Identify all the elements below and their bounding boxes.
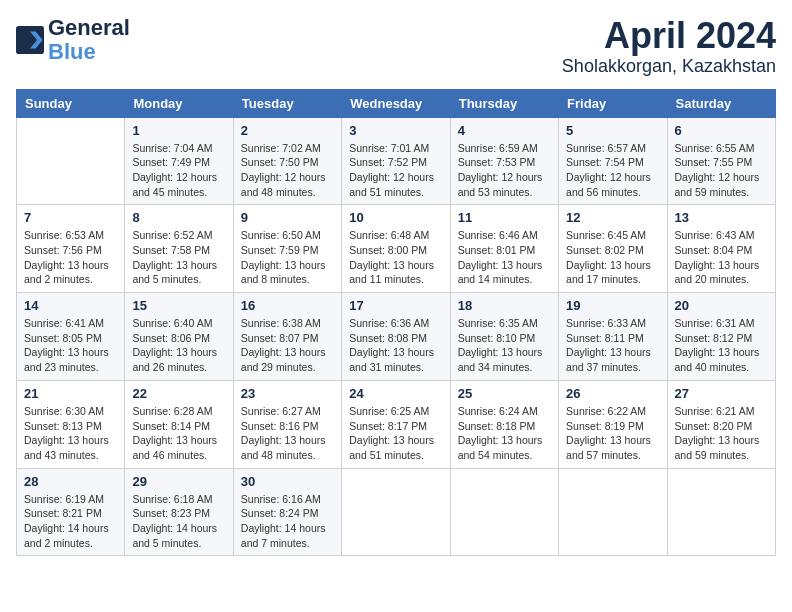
calendar-cell: 20Sunrise: 6:31 AMSunset: 8:12 PMDayligh…: [667, 293, 775, 381]
day-info: Sunrise: 6:40 AMSunset: 8:06 PMDaylight:…: [132, 316, 225, 375]
day-number: 13: [675, 210, 768, 225]
day-info: Sunrise: 6:33 AMSunset: 8:11 PMDaylight:…: [566, 316, 659, 375]
day-number: 30: [241, 474, 334, 489]
day-info: Sunrise: 6:57 AMSunset: 7:54 PMDaylight:…: [566, 141, 659, 200]
day-number: 9: [241, 210, 334, 225]
day-number: 3: [349, 123, 442, 138]
day-number: 6: [675, 123, 768, 138]
calendar-row: 7Sunrise: 6:53 AMSunset: 7:56 PMDaylight…: [17, 205, 776, 293]
day-number: 29: [132, 474, 225, 489]
calendar-row: 1Sunrise: 7:04 AMSunset: 7:49 PMDaylight…: [17, 117, 776, 205]
day-number: 24: [349, 386, 442, 401]
month-title: April 2024: [562, 16, 776, 56]
day-info: Sunrise: 7:01 AMSunset: 7:52 PMDaylight:…: [349, 141, 442, 200]
calendar-cell: 24Sunrise: 6:25 AMSunset: 8:17 PMDayligh…: [342, 380, 450, 468]
day-number: 4: [458, 123, 551, 138]
day-info: Sunrise: 6:22 AMSunset: 8:19 PMDaylight:…: [566, 404, 659, 463]
day-number: 20: [675, 298, 768, 313]
calendar-cell: 14Sunrise: 6:41 AMSunset: 8:05 PMDayligh…: [17, 293, 125, 381]
day-number: 12: [566, 210, 659, 225]
day-info: Sunrise: 6:48 AMSunset: 8:00 PMDaylight:…: [349, 228, 442, 287]
calendar-cell: 9Sunrise: 6:50 AMSunset: 7:59 PMDaylight…: [233, 205, 341, 293]
title-area: April 2024 Sholakkorgan, Kazakhstan: [562, 16, 776, 77]
calendar-cell: 21Sunrise: 6:30 AMSunset: 8:13 PMDayligh…: [17, 380, 125, 468]
day-info: Sunrise: 6:36 AMSunset: 8:08 PMDaylight:…: [349, 316, 442, 375]
calendar-cell: [450, 468, 558, 556]
weekday-header-cell: Wednesday: [342, 89, 450, 117]
calendar-cell: 12Sunrise: 6:45 AMSunset: 8:02 PMDayligh…: [559, 205, 667, 293]
weekday-header-cell: Monday: [125, 89, 233, 117]
logo: General Blue: [16, 16, 130, 64]
day-info: Sunrise: 6:38 AMSunset: 8:07 PMDaylight:…: [241, 316, 334, 375]
day-number: 11: [458, 210, 551, 225]
day-number: 7: [24, 210, 117, 225]
calendar-cell: 26Sunrise: 6:22 AMSunset: 8:19 PMDayligh…: [559, 380, 667, 468]
calendar-cell: 27Sunrise: 6:21 AMSunset: 8:20 PMDayligh…: [667, 380, 775, 468]
day-info: Sunrise: 6:43 AMSunset: 8:04 PMDaylight:…: [675, 228, 768, 287]
weekday-header-cell: Friday: [559, 89, 667, 117]
day-info: Sunrise: 6:52 AMSunset: 7:58 PMDaylight:…: [132, 228, 225, 287]
logo-line1: General: [48, 16, 130, 40]
day-number: 5: [566, 123, 659, 138]
day-info: Sunrise: 6:27 AMSunset: 8:16 PMDaylight:…: [241, 404, 334, 463]
location-title: Sholakkorgan, Kazakhstan: [562, 56, 776, 77]
calendar-cell: 22Sunrise: 6:28 AMSunset: 8:14 PMDayligh…: [125, 380, 233, 468]
day-number: 14: [24, 298, 117, 313]
calendar-cell: 29Sunrise: 6:18 AMSunset: 8:23 PMDayligh…: [125, 468, 233, 556]
calendar-row: 14Sunrise: 6:41 AMSunset: 8:05 PMDayligh…: [17, 293, 776, 381]
day-number: 10: [349, 210, 442, 225]
day-info: Sunrise: 6:50 AMSunset: 7:59 PMDaylight:…: [241, 228, 334, 287]
day-info: Sunrise: 6:31 AMSunset: 8:12 PMDaylight:…: [675, 316, 768, 375]
day-number: 23: [241, 386, 334, 401]
weekday-header-row: SundayMondayTuesdayWednesdayThursdayFrid…: [17, 89, 776, 117]
calendar-cell: 25Sunrise: 6:24 AMSunset: 8:18 PMDayligh…: [450, 380, 558, 468]
day-info: Sunrise: 6:45 AMSunset: 8:02 PMDaylight:…: [566, 228, 659, 287]
day-number: 15: [132, 298, 225, 313]
day-info: Sunrise: 6:59 AMSunset: 7:53 PMDaylight:…: [458, 141, 551, 200]
calendar-cell: 4Sunrise: 6:59 AMSunset: 7:53 PMDaylight…: [450, 117, 558, 205]
day-info: Sunrise: 6:55 AMSunset: 7:55 PMDaylight:…: [675, 141, 768, 200]
day-info: Sunrise: 7:02 AMSunset: 7:50 PMDaylight:…: [241, 141, 334, 200]
calendar-cell: 23Sunrise: 6:27 AMSunset: 8:16 PMDayligh…: [233, 380, 341, 468]
calendar-cell: 2Sunrise: 7:02 AMSunset: 7:50 PMDaylight…: [233, 117, 341, 205]
calendar-cell: 15Sunrise: 6:40 AMSunset: 8:06 PMDayligh…: [125, 293, 233, 381]
calendar-cell: [342, 468, 450, 556]
page-header: General Blue April 2024 Sholakkorgan, Ka…: [16, 16, 776, 77]
calendar-cell: [17, 117, 125, 205]
calendar-body: 1Sunrise: 7:04 AMSunset: 7:49 PMDaylight…: [17, 117, 776, 556]
day-info: Sunrise: 6:41 AMSunset: 8:05 PMDaylight:…: [24, 316, 117, 375]
calendar-cell: 28Sunrise: 6:19 AMSunset: 8:21 PMDayligh…: [17, 468, 125, 556]
day-info: Sunrise: 6:30 AMSunset: 8:13 PMDaylight:…: [24, 404, 117, 463]
day-info: Sunrise: 6:35 AMSunset: 8:10 PMDaylight:…: [458, 316, 551, 375]
weekday-header-cell: Tuesday: [233, 89, 341, 117]
calendar-cell: 7Sunrise: 6:53 AMSunset: 7:56 PMDaylight…: [17, 205, 125, 293]
calendar-cell: 19Sunrise: 6:33 AMSunset: 8:11 PMDayligh…: [559, 293, 667, 381]
calendar-cell: [559, 468, 667, 556]
day-number: 28: [24, 474, 117, 489]
day-info: Sunrise: 6:53 AMSunset: 7:56 PMDaylight:…: [24, 228, 117, 287]
day-info: Sunrise: 6:46 AMSunset: 8:01 PMDaylight:…: [458, 228, 551, 287]
day-number: 17: [349, 298, 442, 313]
day-info: Sunrise: 6:21 AMSunset: 8:20 PMDaylight:…: [675, 404, 768, 463]
day-number: 2: [241, 123, 334, 138]
calendar-cell: 1Sunrise: 7:04 AMSunset: 7:49 PMDaylight…: [125, 117, 233, 205]
calendar-cell: 3Sunrise: 7:01 AMSunset: 7:52 PMDaylight…: [342, 117, 450, 205]
logo-icon: [16, 26, 44, 54]
weekday-header-cell: Thursday: [450, 89, 558, 117]
calendar-cell: 17Sunrise: 6:36 AMSunset: 8:08 PMDayligh…: [342, 293, 450, 381]
day-info: Sunrise: 7:04 AMSunset: 7:49 PMDaylight:…: [132, 141, 225, 200]
weekday-header-cell: Saturday: [667, 89, 775, 117]
day-number: 8: [132, 210, 225, 225]
day-number: 21: [24, 386, 117, 401]
day-info: Sunrise: 6:19 AMSunset: 8:21 PMDaylight:…: [24, 492, 117, 551]
calendar-row: 21Sunrise: 6:30 AMSunset: 8:13 PMDayligh…: [17, 380, 776, 468]
day-number: 18: [458, 298, 551, 313]
calendar-cell: 16Sunrise: 6:38 AMSunset: 8:07 PMDayligh…: [233, 293, 341, 381]
calendar-cell: 18Sunrise: 6:35 AMSunset: 8:10 PMDayligh…: [450, 293, 558, 381]
day-number: 16: [241, 298, 334, 313]
day-info: Sunrise: 6:25 AMSunset: 8:17 PMDaylight:…: [349, 404, 442, 463]
day-number: 1: [132, 123, 225, 138]
calendar-table: SundayMondayTuesdayWednesdayThursdayFrid…: [16, 89, 776, 557]
calendar-cell: 10Sunrise: 6:48 AMSunset: 8:00 PMDayligh…: [342, 205, 450, 293]
day-info: Sunrise: 6:24 AMSunset: 8:18 PMDaylight:…: [458, 404, 551, 463]
